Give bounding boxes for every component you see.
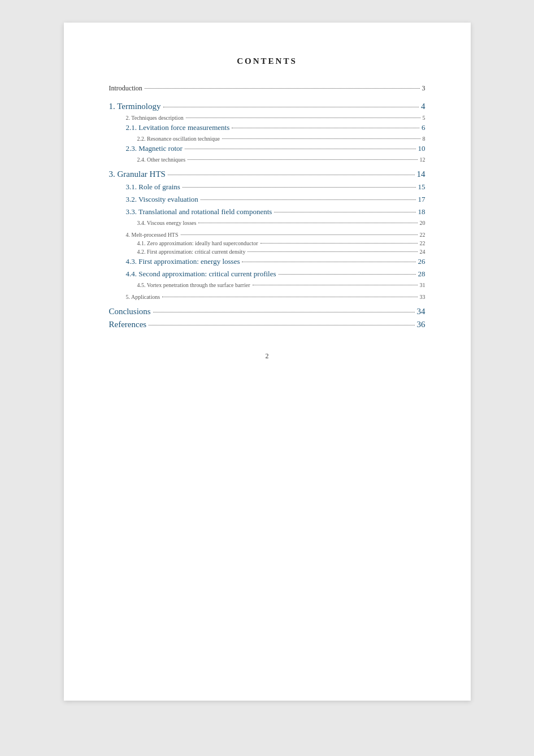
toc-dots	[242, 262, 415, 262]
toc-entry-translational: 3.3. Translational and rotational field …	[109, 207, 426, 216]
toc-dots	[181, 234, 418, 235]
toc-dots	[163, 107, 419, 107]
toc-page: 24	[420, 249, 426, 255]
toc-label: 4.3. First approximation: energy losses	[126, 257, 240, 266]
toc-entry-other: 2.4. Other techniques 12	[109, 157, 426, 163]
toc-label: References	[109, 320, 147, 329]
toc-dots	[261, 243, 418, 244]
toc-label: Conclusions	[109, 307, 151, 316]
toc-label: 2.1. Levitation force measurements	[126, 123, 230, 132]
toc-dots	[149, 325, 414, 325]
toc-page: 33	[420, 294, 426, 300]
toc-page: 12	[420, 157, 426, 163]
toc-dots	[162, 297, 417, 297]
toc-dots	[183, 187, 416, 188]
toc-entry-magnetic: 2.3. Magnetic rotor 10	[109, 144, 426, 153]
toc-label: 2. Techniques description	[126, 115, 184, 121]
toc-label: 4.2. First approximation: critical curre…	[137, 249, 246, 255]
toc-dots	[188, 159, 417, 160]
toc-page: 22	[420, 232, 426, 238]
toc-dots	[274, 212, 415, 212]
toc-page: 22	[420, 240, 426, 246]
toc-dots	[232, 128, 419, 128]
toc-entry-granular: 3. Granular HTS 14	[109, 170, 426, 179]
toc-page: 34	[417, 307, 426, 316]
toc-entry-terminology: 1. Terminology 4	[109, 102, 426, 111]
toc-dots	[248, 251, 417, 252]
toc-label: 1. Terminology	[109, 102, 161, 111]
toc-label: 4.4. Second approximation: critical curr…	[126, 270, 276, 279]
toc-page: 4	[421, 102, 426, 111]
toc-entry-references: References 36	[109, 320, 426, 329]
page-title: CONTENTS	[109, 57, 426, 66]
toc-page: 36	[417, 320, 426, 329]
toc-entry-conclusions: Conclusions 34	[109, 307, 426, 316]
toc-entry-viscous-losses: 3.4. Viscous energy losses 20	[109, 220, 426, 226]
toc-dots	[153, 312, 415, 312]
toc-entry-zero-approx: 4.1. Zero approximation: ideally hard su…	[109, 240, 426, 246]
toc-entry-viscosity: 3.2. Viscosity evaluation 17	[109, 195, 426, 204]
toc-page: 10	[418, 144, 426, 153]
toc-entry-melt: 4. Melt-processed HTS 22	[109, 232, 426, 238]
toc-dots	[198, 223, 417, 223]
toc-dots	[201, 199, 416, 200]
toc-label: 5. Applications	[126, 294, 160, 300]
toc-page: 15	[418, 183, 426, 192]
toc-label: 3.1. Role of grains	[126, 183, 180, 192]
toc-label: 3.4. Viscous energy losses	[137, 220, 197, 226]
toc-entry-resonance: 2.2. Resonance oscillation technique 8	[109, 136, 426, 142]
toc-label: 2.4. Other techniques	[137, 157, 186, 163]
toc-page: 14	[417, 170, 426, 179]
page: CONTENTS Introduction 3 1. Terminology 4…	[64, 23, 471, 701]
toc-page: 17	[418, 195, 426, 204]
toc-dots	[253, 285, 418, 285]
toc-entry-role-grains: 3.1. Role of grains 15	[109, 183, 426, 192]
toc-dots	[185, 149, 416, 149]
page-number: 2	[109, 352, 426, 360]
toc-label: 3.3. Translational and rotational field …	[126, 207, 272, 216]
toc-entry-vortex: 4.5. Vortex penetration through the surf…	[109, 282, 426, 288]
toc-page: 26	[418, 257, 426, 266]
toc-dots	[279, 274, 416, 275]
toc-entry-techniques: 2. Techniques description 5	[109, 115, 426, 121]
toc-page: 20	[420, 220, 426, 226]
toc-page: 18	[418, 207, 426, 216]
toc-page: 6	[422, 123, 426, 132]
toc-page: 5	[423, 115, 426, 121]
toc-page: 28	[418, 270, 426, 279]
toc-entry-introduction: Introduction 3	[109, 84, 426, 93]
toc-label: 2.2. Resonance oscillation technique	[137, 136, 220, 142]
toc-dots	[222, 138, 420, 139]
toc-dots	[145, 88, 420, 89]
toc-label: Introduction	[109, 84, 142, 93]
toc-entry-applications: 5. Applications 33	[109, 294, 426, 300]
toc-label: 4.1. Zero approximation: ideally hard su…	[137, 240, 258, 246]
toc-page: 8	[423, 136, 426, 142]
toc-label: 3.2. Viscosity evaluation	[126, 195, 198, 204]
toc-entry-first-approx-energy: 4.3. First approximation: energy losses …	[109, 257, 426, 266]
toc-entry-levitation: 2.1. Levitation force measurements 6	[109, 123, 426, 132]
toc-label: 4. Melt-processed HTS	[126, 232, 179, 238]
toc-entry-first-approx-current: 4.2. First approximation: critical curre…	[109, 249, 426, 255]
toc-dots	[186, 118, 420, 118]
toc-entry-second-approx: 4.4. Second approximation: critical curr…	[109, 270, 426, 279]
toc-label: 3. Granular HTS	[109, 170, 166, 179]
toc-page: 31	[420, 282, 426, 288]
toc-label: 4.5. Vortex penetration through the surf…	[137, 282, 250, 288]
toc-label: 2.3. Magnetic rotor	[126, 144, 183, 153]
toc-dots	[168, 175, 415, 175]
toc-page: 3	[422, 84, 426, 93]
